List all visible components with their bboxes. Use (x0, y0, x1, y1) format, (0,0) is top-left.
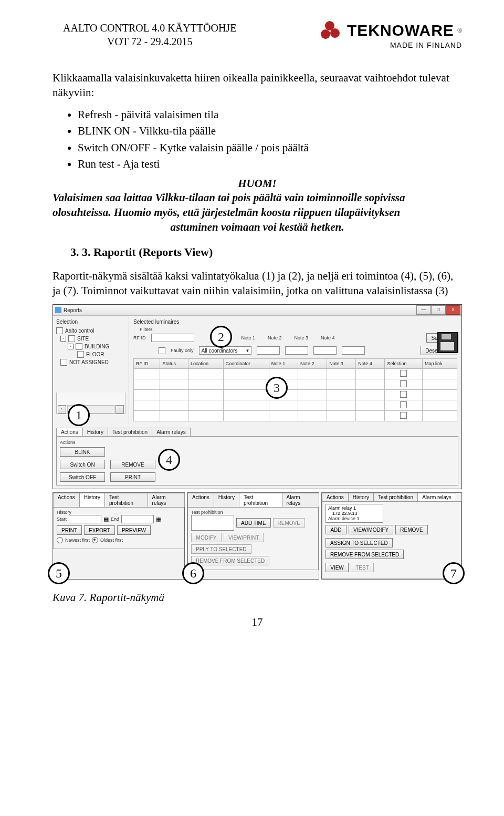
col-note4[interactable]: Note 4 (356, 359, 385, 369)
tab-actions[interactable]: Actions (53, 493, 80, 507)
tab-alarm-relays[interactable]: Alarm relays (417, 493, 456, 501)
table-row[interactable] (134, 400, 457, 411)
remove-from-selected-button[interactable]: REMOVE FROM SELECTED (191, 556, 269, 565)
tree-node-root[interactable]: Aalto control (56, 327, 125, 335)
remove-button[interactable]: REMOVE (395, 525, 427, 534)
table-row[interactable] (134, 390, 457, 400)
tab-actions[interactable]: Actions (56, 428, 83, 436)
col-maplink[interactable]: Map link (422, 359, 457, 369)
checkbox[interactable] (76, 343, 82, 350)
tab-test-prohibition[interactable]: Test prohibition (239, 493, 282, 507)
row-checkbox[interactable] (400, 391, 407, 398)
expand-icon[interactable]: - (68, 344, 74, 349)
alarm-list[interactable]: Alarm relay 1 172.22.9.13 Alarm device 1 (326, 504, 383, 523)
remove-button[interactable]: REMOVE (110, 460, 155, 469)
note3-input[interactable] (313, 346, 337, 355)
title-line1: AALTO CONTROL 4.0 KÄYTTÖOHJE (63, 21, 236, 35)
checkbox[interactable] (77, 351, 84, 358)
tab-history[interactable]: History (348, 493, 374, 501)
tab-history[interactable]: History (214, 493, 239, 507)
col-selection[interactable]: Selection (385, 359, 422, 369)
blink-button[interactable]: BLINK (60, 447, 105, 457)
view-print-button[interactable]: VIEW/PRINT (224, 533, 264, 542)
tab-alarm-relays[interactable]: Alarm relays (282, 493, 319, 507)
table-row[interactable] (134, 369, 457, 379)
tab-test-prohibition[interactable]: Test prohibition (108, 428, 152, 436)
alarm-list-item[interactable]: Alarm relay 1 (328, 505, 381, 511)
tab-test-prohibition[interactable]: Test prohibition (104, 493, 148, 507)
remove-from-selected-button[interactable]: REMOVE FROM SELECTED (326, 550, 404, 559)
bullet-item: BLINK ON - Vilkku-tila päälle (78, 123, 462, 140)
tree-node-floor[interactable]: FLOOR (56, 350, 125, 358)
scroll-left-button[interactable]: ‹ (58, 405, 66, 414)
col-note1[interactable]: Note 1 (269, 359, 298, 369)
table-row[interactable] (134, 411, 457, 421)
close-button[interactable]: X (446, 305, 460, 315)
note2-input[interactable] (285, 346, 308, 355)
preview-button[interactable]: PREVIEW (117, 525, 151, 535)
coordinator-dropdown[interactable]: All coordinators ▼ (199, 346, 251, 355)
scroll-right-button[interactable]: › (116, 405, 124, 414)
tree-node-site[interactable]: - SITE (56, 335, 125, 343)
alarm-list-item[interactable]: 172.22.9.13 (328, 511, 381, 516)
export-button[interactable]: EXPORT (84, 525, 115, 535)
col-location[interactable]: Location (188, 359, 224, 369)
note2-label: Note 2 (268, 335, 282, 340)
tree-node-building[interactable]: - BUILDING (56, 343, 125, 350)
expand-icon[interactable]: - (60, 336, 66, 342)
newest-radio[interactable] (57, 537, 63, 543)
calendar-icon[interactable]: ▦ (103, 516, 109, 523)
view-button[interactable]: VIEW (326, 563, 349, 572)
save-icon[interactable] (437, 332, 458, 353)
start-date-input[interactable] (69, 515, 101, 523)
tab-history[interactable]: History (82, 428, 108, 436)
tab-test-prohibition[interactable]: Test prohibition (373, 493, 418, 501)
row-checkbox[interactable] (400, 401, 407, 408)
oldest-label: Oldest first (100, 538, 123, 543)
row-checkbox[interactable] (400, 412, 407, 419)
testp-list[interactable] (191, 515, 234, 531)
faulty-only-checkbox[interactable] (159, 347, 165, 354)
switch-off-button[interactable]: Switch OFF (60, 472, 105, 482)
tree-node-notassigned[interactable]: NOT ASSIGNED (56, 358, 125, 366)
checkbox[interactable] (68, 335, 75, 342)
modify-button[interactable]: MODIFY (191, 533, 222, 542)
tab-actions[interactable]: Actions (322, 493, 349, 501)
oldest-radio[interactable] (92, 537, 98, 543)
tab-history[interactable]: History (79, 493, 105, 507)
add-button[interactable]: ADD (326, 525, 346, 534)
checkbox[interactable] (60, 359, 67, 366)
calendar-icon[interactable]: ▦ (156, 516, 161, 523)
col-note2[interactable]: Note 2 (298, 359, 327, 369)
switch-on-button[interactable]: Switch ON (60, 460, 105, 469)
col-status[interactable]: Status (160, 359, 188, 369)
apply-to-selected-button[interactable]: PPLY TO SELECTED (191, 544, 251, 554)
assign-to-selected-button[interactable]: ASSIGN TO SELECTED (326, 538, 393, 548)
col-note3[interactable]: Note 3 (327, 359, 356, 369)
bullet-item: Switch ON/OFF - Kytke valaisin päälle / … (78, 140, 462, 157)
checkbox[interactable] (56, 327, 63, 334)
minimize-button[interactable]: — (416, 305, 431, 315)
row-checkbox[interactable] (400, 380, 407, 387)
row-checkbox[interactable] (400, 370, 407, 377)
tab-alarm-relays[interactable]: Alarm relays (148, 493, 185, 507)
testp-label: Test prohibition (191, 510, 315, 515)
rfid-input[interactable] (151, 334, 194, 342)
note4-input[interactable] (342, 346, 365, 355)
logo-dots-icon (321, 21, 344, 40)
note1-input[interactable] (257, 346, 280, 355)
test-button[interactable]: TEST (351, 563, 374, 572)
alarm-list-item[interactable]: Alarm device 1 (328, 516, 381, 521)
view-modify-button[interactable]: VIEW/MODIFY (349, 525, 393, 534)
col-rfid[interactable]: RF ID (134, 359, 160, 369)
print-button[interactable]: PRINT (57, 525, 82, 535)
add-time-button[interactable]: ADD TIME (236, 518, 271, 528)
tab-actions[interactable]: Actions (187, 493, 214, 507)
tab-alarm-relays[interactable]: Alarm relays (152, 428, 191, 436)
remove-button[interactable]: REMOVE (273, 518, 305, 528)
col-coordinator[interactable]: Coordinator (223, 359, 269, 369)
end-date-input[interactable] (121, 515, 154, 523)
table-row[interactable] (134, 379, 457, 390)
maximize-button[interactable]: □ (431, 305, 446, 315)
print-button[interactable]: PRINT (110, 472, 155, 482)
